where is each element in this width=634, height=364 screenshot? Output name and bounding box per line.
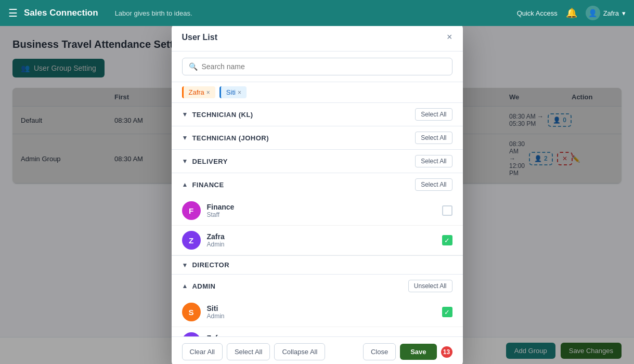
brand-name: Sales Connection (24, 8, 98, 18)
user-role-zafra-finance: Admin (207, 241, 436, 248)
main-content: Business Travel Attendance Sett... 👥 Use… (0, 26, 634, 364)
collapse-icon-director[interactable]: ▼ (182, 262, 188, 269)
user-chevron-icon: ▾ (622, 9, 626, 17)
modal-title: User List (182, 33, 217, 42)
collapse-icon-admin[interactable]: ▲ (182, 282, 188, 290)
group-header-admin: ▲ ADMIN Unselect All (172, 275, 463, 297)
search-icon: 🔍 (189, 62, 198, 71)
group-header-technician-kl: ▼ TECHNICIAN (KL) Select All (172, 103, 463, 126)
group-header-technician-johor: ▼ TECHNICIAN (JOHOR) Select All (172, 126, 463, 149)
group-name-technician-kl: TECHNICIAN (KL) (192, 111, 253, 119)
group-technician-kl: ▼ TECHNICIAN (KL) Select All (172, 103, 463, 126)
group-name-finance: FINANCE (192, 181, 224, 189)
unselect-all-admin[interactable]: Unselect All (408, 280, 452, 292)
modal-close-button[interactable]: × (447, 32, 452, 43)
group-technician-johor: ▼ TECHNICIAN (JOHOR) Select All (172, 126, 463, 150)
tag-zafra-remove[interactable]: × (206, 89, 210, 96)
select-all-finance[interactable]: Select All (415, 178, 452, 191)
user-item-admin-zafra: Z Zafra Admin ✓ (172, 327, 463, 336)
close-button[interactable]: Close (363, 343, 396, 360)
group-finance: ▲ FINANCE Select All F Finance Staff (172, 173, 463, 256)
collapse-icon-delivery[interactable]: ▼ (182, 158, 188, 165)
save-button[interactable]: Save (400, 344, 436, 360)
save-count-badge: 13 (441, 346, 452, 358)
collapse-icon-finance[interactable]: ▲ (182, 181, 188, 188)
user-name-zafra-finance: Zafra (207, 232, 436, 241)
user-menu[interactable]: 👤 Zafra ▾ (586, 6, 626, 20)
modal-header: User List × (172, 26, 463, 51)
group-name-admin: ADMIN (192, 282, 215, 290)
group-name-technician-johor: TECHNICIAN (JOHOR) (192, 134, 269, 142)
avatar-finance-staff: F (182, 201, 201, 220)
group-header-delivery: ▼ DELIVERY Select All (172, 150, 463, 173)
select-all-delivery[interactable]: Select All (415, 155, 452, 167)
search-input[interactable] (202, 62, 446, 71)
group-admin: ▲ ADMIN Unselect All S Siti Admin ✓ (172, 275, 463, 336)
avatar-finance-zafra: Z (182, 231, 201, 250)
quick-access-link[interactable]: Quick Access (517, 9, 558, 17)
tag-siti-remove[interactable]: × (238, 89, 241, 96)
user-role-finance: Staff (207, 211, 436, 218)
group-name-delivery: DELIVERY (192, 158, 228, 165)
user-list-modal: User List × 🔍 Zafra × Siti × (172, 26, 463, 364)
user-item-finance-staff: F Finance Staff (172, 196, 463, 226)
select-all-technician-johor[interactable]: Select All (415, 132, 452, 144)
group-header-director: ▼ DIRECTOR (172, 256, 463, 274)
collapse-icon-technician-johor[interactable]: ▼ (182, 134, 188, 141)
user-name: Zafra (603, 9, 619, 17)
checkbox-finance-staff[interactable] (442, 205, 452, 216)
user-item-admin-siti: S Siti Admin ✓ (172, 297, 463, 327)
user-name-siti: Siti (207, 304, 436, 313)
tagline: Labor gives birth to ideas. (115, 9, 192, 17)
checkbox-finance-zafra[interactable]: ✓ (442, 235, 452, 245)
modal-search-area: 🔍 (172, 51, 463, 82)
group-director: ▼ DIRECTOR (172, 256, 463, 275)
hamburger-icon[interactable]: ☰ (8, 7, 18, 19)
tag-siti: Siti × (219, 86, 247, 98)
user-item-finance-zafra: Z Zafra Admin ✓ (172, 226, 463, 255)
user-role-siti: Admin (207, 313, 436, 320)
user-name-finance: Finance (207, 203, 436, 211)
modal-tags: Zafra × Siti × (172, 82, 463, 103)
group-name-director: DIRECTOR (192, 261, 229, 269)
select-all-technician-kl[interactable]: Select All (415, 108, 452, 121)
collapse-icon-technician-kl[interactable]: ▼ (182, 111, 188, 118)
avatar-admin-zafra: Z (182, 332, 201, 336)
checkbox-siti[interactable]: ✓ (442, 307, 452, 317)
group-header-finance: ▲ FINANCE Select All (172, 173, 463, 196)
modal-body: ▼ TECHNICIAN (KL) Select All ▼ TECHNICIA… (172, 103, 463, 336)
group-delivery: ▼ DELIVERY Select All (172, 150, 463, 173)
modal-overlay: User List × 🔍 Zafra × Siti × (0, 26, 634, 364)
tag-zafra: Zafra × (182, 86, 215, 98)
bell-icon[interactable]: 🔔 (566, 7, 577, 19)
avatar-siti: S (182, 303, 201, 321)
modal-footer: Clear All Select All Collapse All Close … (172, 336, 463, 364)
select-all-footer-button[interactable]: Select All (227, 343, 270, 360)
navbar: ☰ Sales Connection Labor gives birth to … (0, 0, 634, 26)
collapse-all-button[interactable]: Collapse All (274, 343, 325, 360)
clear-all-button[interactable]: Clear All (182, 343, 223, 360)
